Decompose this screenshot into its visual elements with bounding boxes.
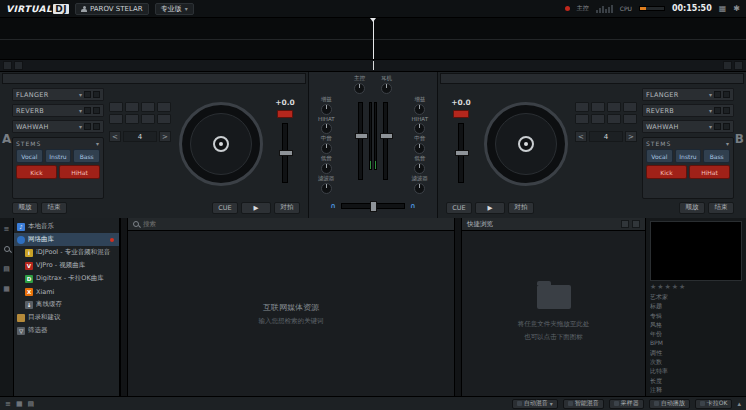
loop-halve-button[interactable]: < (109, 131, 121, 142)
sidebar-item-xiami[interactable]: X Xiami (14, 285, 119, 298)
headphones-cue-left-icon[interactable]: ∩ (330, 202, 336, 210)
rating-stars[interactable]: ★★★★★ (650, 283, 742, 291)
smartmix-button[interactable]: 智能混音 (563, 399, 604, 409)
performance-pad[interactable] (591, 102, 605, 112)
autoplay-button[interactable]: 自动播放 (649, 399, 690, 409)
automix-button[interactable]: 自动混音 ▾ (512, 399, 558, 409)
fx-on-button[interactable] (723, 107, 730, 114)
record-icon[interactable] (565, 6, 570, 11)
stem-bass-button[interactable]: Bass (73, 149, 100, 163)
stem-instru-button[interactable]: Instru (675, 149, 702, 163)
search-icon[interactable] (2, 244, 11, 253)
stem-kick-button[interactable]: Kick (646, 165, 687, 179)
fx-knob-button[interactable] (714, 107, 721, 114)
sidebar-item-online-library[interactable]: 网络曲库 (14, 233, 119, 246)
loop-double-button[interactable]: > (625, 131, 637, 142)
eq-mid-knob[interactable] (414, 143, 425, 154)
sidebar-item-idjpool[interactable]: i iDJPool - 专业音频和混音 (14, 246, 119, 259)
sidebar-item-vjpro[interactable]: V VJPro - 视频曲库 (14, 259, 119, 272)
list-view-icon[interactable]: ▤ (2, 264, 11, 273)
zoom-in-button[interactable] (14, 61, 23, 70)
quick-browse-dropzone[interactable]: 将任意文件夹拖放至此处 也可以点击下面图标 (462, 231, 645, 396)
edition-dropdown[interactable]: 专业版 ▾ (155, 3, 194, 15)
stem-kick-button[interactable]: Kick (16, 165, 57, 179)
gain-knob[interactable] (321, 104, 332, 115)
karaoke-button[interactable]: 卡拉OK (695, 399, 733, 409)
pin-icon[interactable] (632, 220, 640, 228)
sidebar-item-offline-cache[interactable]: ↓ 离线缓存 (14, 298, 119, 311)
performance-pad[interactable] (125, 102, 139, 112)
eq-low-knob[interactable] (321, 163, 332, 174)
loop-in-button[interactable]: 顺放 (679, 202, 705, 214)
filter-knob[interactable] (321, 183, 332, 194)
performance-pad[interactable] (109, 114, 123, 124)
fx-knob-button[interactable] (714, 91, 721, 98)
loop-out-button[interactable]: 结束 (708, 202, 734, 214)
fx-knob-button[interactable] (84, 123, 91, 130)
menu-icon[interactable]: ≡ (5, 400, 11, 408)
performance-pad[interactable] (125, 114, 139, 124)
grid-view-icon[interactable]: ▦ (16, 400, 23, 408)
fx-on-button[interactable] (93, 123, 100, 130)
sidebar-item-local-music[interactable]: ♪ 本地音乐 (14, 220, 119, 233)
fx-slot-flanger[interactable]: FLANGER ▾ (642, 88, 734, 101)
performance-pad[interactable] (591, 114, 605, 124)
collapse-panel-icon[interactable]: ▴ (737, 400, 741, 408)
search-input[interactable] (143, 220, 449, 228)
eq-low-knob[interactable] (414, 163, 425, 174)
eq-high-knob[interactable] (414, 123, 425, 134)
crossfader[interactable] (341, 203, 405, 209)
fx-knob-button[interactable] (84, 91, 91, 98)
performance-pad[interactable] (157, 102, 171, 112)
fx-on-button[interactable] (93, 91, 100, 98)
performance-pad[interactable] (607, 114, 621, 124)
performance-pad[interactable] (607, 102, 621, 112)
list-view-icon[interactable]: ▤ (28, 400, 35, 408)
fx-slot-wahwah[interactable]: WAHWAH ▾ (642, 120, 734, 133)
stem-bass-button[interactable]: Bass (703, 149, 730, 163)
panel-divider-strip[interactable] (120, 218, 128, 396)
loop-halve-button[interactable]: < (575, 131, 587, 142)
grid-view-icon[interactable]: ▦ (2, 284, 11, 293)
hot-red-button[interactable] (277, 110, 293, 118)
gain-knob[interactable] (414, 104, 425, 115)
zoom-out-button[interactable] (3, 61, 12, 70)
user-account-chip[interactable]: PAROV STELAR (75, 3, 149, 15)
grid-view-icon[interactable]: ▦ (719, 4, 727, 13)
performance-pad[interactable] (141, 102, 155, 112)
fader-knob[interactable] (355, 133, 368, 139)
loop-in-button[interactable]: 顺放 (12, 202, 38, 214)
fx-slot-reverb[interactable]: REVERB ▾ (642, 104, 734, 117)
fx-slot-flanger[interactable]: FLANGER ▾ (12, 88, 104, 101)
sidebar-item-folders-suggestions[interactable]: 目录和建议 (14, 311, 119, 324)
fader-knob[interactable] (380, 133, 393, 139)
performance-pad[interactable] (141, 114, 155, 124)
stem-hihat-button[interactable]: HiHat (59, 165, 100, 179)
fx-knob-button[interactable] (714, 123, 721, 130)
add-folder-icon[interactable] (621, 220, 629, 228)
hot-red-button[interactable] (453, 110, 469, 118)
stem-vocal-button[interactable]: Vocal (16, 149, 43, 163)
loop-double-button[interactable]: > (159, 131, 171, 142)
waveform-display[interactable] (0, 18, 746, 60)
sync-button[interactable]: 对拍 (508, 202, 534, 214)
cue-button[interactable]: CUE (212, 202, 238, 214)
performance-pad[interactable] (109, 102, 123, 112)
loop-out-button[interactable]: 结束 (41, 202, 67, 214)
zoom-out-button[interactable] (723, 61, 732, 70)
performance-pad[interactable] (575, 114, 589, 124)
sync-button[interactable]: 对拍 (274, 202, 300, 214)
cue-button[interactable]: CUE (446, 202, 472, 214)
stem-instru-button[interactable]: Instru (45, 149, 72, 163)
eq-mid-knob[interactable] (321, 143, 332, 154)
pitch-slider-knob[interactable] (279, 150, 293, 156)
jog-wheel[interactable] (179, 102, 263, 186)
fx-knob-button[interactable] (84, 107, 91, 114)
filter-knob[interactable] (414, 183, 425, 194)
zoom-in-button[interactable] (734, 61, 743, 70)
menu-icon[interactable]: ≡ (2, 224, 11, 233)
play-button[interactable]: ▶ (241, 202, 271, 214)
stem-hihat-button[interactable]: HiHat (689, 165, 730, 179)
crossfader-knob[interactable] (370, 201, 377, 212)
fx-on-button[interactable] (723, 91, 730, 98)
